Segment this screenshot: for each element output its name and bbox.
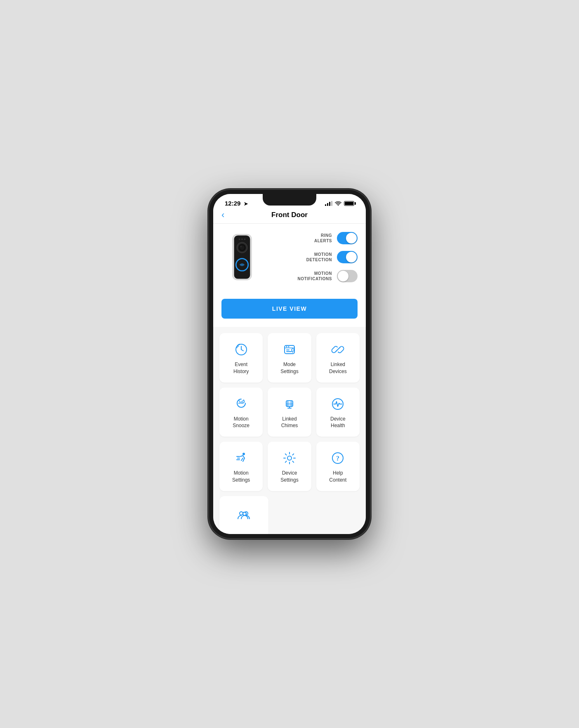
motion-snooze-cell[interactable]: MotionSnooze <box>219 388 263 437</box>
svg-point-9 <box>241 239 243 240</box>
motion-settings-cell[interactable]: MotionSettings <box>219 442 263 491</box>
svg-line-20 <box>336 348 339 351</box>
users-icon <box>236 508 251 523</box>
svg-point-39 <box>287 456 292 460</box>
mode-settings-label: ModeSettings <box>280 361 298 375</box>
mode-settings-cell[interactable]: ModeSettings <box>268 333 311 383</box>
help-icon: ? <box>330 451 345 466</box>
location-icon: ➤ <box>244 201 248 207</box>
ring-alerts-toggle[interactable] <box>337 232 358 244</box>
live-view-section: LIVE VIEW <box>213 291 366 327</box>
svg-line-34 <box>243 458 245 461</box>
content-scroll[interactable]: RINGALERTS MOTIONDETECTION <box>213 224 366 534</box>
linked-chimes-label: LinkedChimes <box>281 416 298 430</box>
svg-point-31 <box>242 453 245 455</box>
event-history-cell[interactable]: EventHistory <box>219 333 263 383</box>
shared-users-cell[interactable] <box>219 496 268 534</box>
settings-icon <box>282 451 297 466</box>
grid-row-1: EventHistory ModeSet <box>219 333 360 383</box>
event-history-label: EventHistory <box>233 361 249 375</box>
svg-text:?: ? <box>336 455 339 462</box>
back-button[interactable]: ‹ <box>221 210 224 220</box>
help-content-label: HelpContent <box>329 470 346 484</box>
help-content-cell[interactable]: ? HelpContent <box>316 442 360 491</box>
svg-rect-23 <box>286 401 293 407</box>
page-title: Front Door <box>271 211 308 219</box>
empty-cell-1 <box>273 496 314 534</box>
svg-point-14 <box>286 346 287 347</box>
empty-cell-2 <box>319 496 360 534</box>
svg-point-15 <box>288 346 289 347</box>
battery-icon <box>344 201 354 206</box>
linked-chimes-cell[interactable]: LinkedChimes <box>268 388 311 437</box>
svg-point-18 <box>292 349 294 351</box>
ring-alerts-label: RINGALERTS <box>314 233 332 243</box>
device-health-label: DeviceHealth <box>330 416 346 430</box>
nav-bar: ‹ Front Door <box>213 207 366 224</box>
device-health-cell[interactable]: DeviceHealth <box>316 388 360 437</box>
motion-notifications-label: MOTIONNOTIFICATIONS <box>297 271 332 281</box>
notch <box>263 194 316 206</box>
svg-point-10 <box>244 239 246 240</box>
svg-point-42 <box>240 512 243 515</box>
status-time: 12:29 ➤ <box>225 200 248 207</box>
doorbell-svg <box>228 232 257 282</box>
svg-rect-16 <box>286 350 290 350</box>
svg-line-33 <box>243 456 245 458</box>
health-icon <box>330 397 345 411</box>
phone-frame: 12:29 ➤ ‹ Front Door <box>209 190 370 538</box>
device-settings-label: DeviceSettings <box>280 470 298 484</box>
motion-icon <box>234 451 249 466</box>
svg-rect-17 <box>286 351 292 352</box>
svg-line-35 <box>241 458 243 461</box>
grid-row-4 <box>219 496 360 534</box>
live-view-button[interactable]: LIVE VIEW <box>221 299 358 319</box>
signal-icon <box>325 201 332 206</box>
motion-detection-label: MOTIONDETECTION <box>306 252 332 262</box>
screen: 12:29 ➤ ‹ Front Door <box>213 194 366 534</box>
motion-snooze-label: MotionSnooze <box>233 416 249 430</box>
grid-section: EventHistory ModeSet <box>213 327 366 534</box>
svg-rect-1 <box>234 235 250 279</box>
svg-point-8 <box>239 239 240 240</box>
device-settings-cell[interactable]: DeviceSettings <box>268 442 311 491</box>
toggles-section: RINGALERTS MOTIONDETECTION <box>263 232 358 282</box>
status-icons <box>325 201 354 206</box>
snooze-icon <box>234 397 249 411</box>
grid-row-3: MotionSettings DeviceSettings ? <box>219 442 360 491</box>
mode-icon <box>282 342 297 357</box>
linked-devices-cell[interactable]: LinkedDevices <box>316 333 360 383</box>
motion-notifications-row: MOTIONNOTIFICATIONS <box>267 270 358 282</box>
grid-row-2: MotionSnooze LinkedChimes <box>219 388 360 437</box>
wifi-icon <box>335 201 341 206</box>
link-icon <box>330 342 345 357</box>
chimes-icon <box>282 397 297 411</box>
linked-devices-label: LinkedDevices <box>329 361 347 375</box>
device-section: RINGALERTS MOTIONDETECTION <box>213 224 366 291</box>
svg-point-5 <box>240 246 242 247</box>
ring-alerts-row: RINGALERTS <box>267 232 358 244</box>
history-icon <box>234 342 249 357</box>
motion-detection-row: MOTIONDETECTION <box>267 251 358 263</box>
motion-notifications-toggle[interactable] <box>337 270 358 282</box>
device-image <box>221 232 263 282</box>
motion-settings-label: MotionSettings <box>232 470 250 484</box>
motion-detection-toggle[interactable] <box>337 251 358 263</box>
